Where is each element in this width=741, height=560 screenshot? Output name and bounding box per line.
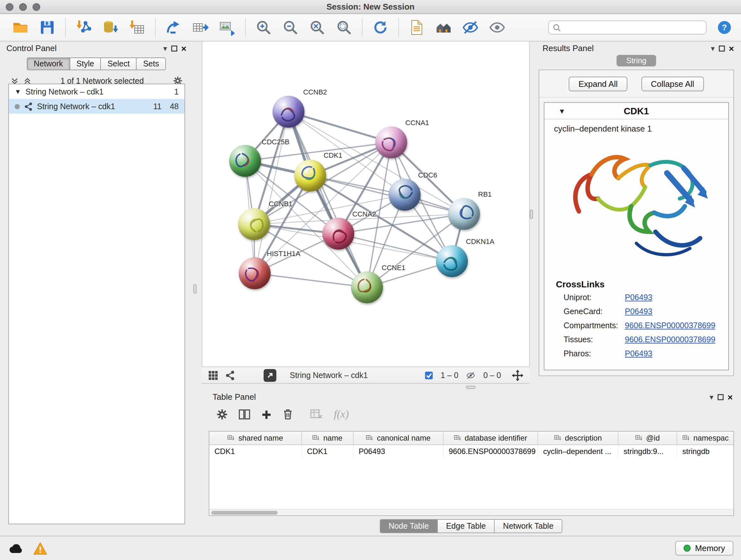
tab-network-table[interactable]: Network Table [494, 519, 562, 533]
crosslink-value[interactable]: 9606.ENSP00000378699 [625, 321, 716, 330]
float-panel-icon[interactable] [718, 394, 724, 400]
zoom-in-icon[interactable] [255, 18, 273, 37]
cloud-icon[interactable] [8, 543, 24, 554]
minimize-window-button[interactable] [19, 3, 27, 11]
search-input[interactable] [548, 20, 706, 35]
detach-view-icon[interactable] [264, 369, 276, 381]
column-header-canonical-name[interactable]: canonical name [354, 432, 444, 444]
table-cell-name[interactable]: CDK1 [302, 445, 354, 458]
column-header-shared-name[interactable]: shared name [209, 432, 302, 444]
tab-edge-table[interactable]: Edge Table [437, 519, 495, 533]
scrollbar-thumb[interactable] [211, 511, 278, 515]
tab-select[interactable]: Select [100, 57, 137, 70]
gene-name: CDK1 [624, 106, 649, 116]
selected-nodes-checkbox-icon[interactable] [425, 371, 434, 380]
table-cell-description[interactable]: cyclin–dependent ... [538, 445, 618, 458]
close-panel-icon[interactable]: × [728, 392, 733, 401]
crosslink-value[interactable]: P06493 [625, 349, 652, 358]
zoom-window-button[interactable] [32, 3, 40, 11]
close-window-button[interactable] [6, 3, 13, 11]
fit-selected-move-icon[interactable] [512, 369, 523, 381]
collapse-card-icon[interactable]: ▼ [558, 107, 565, 115]
save-session-icon[interactable] [38, 18, 56, 37]
tab-node-table[interactable]: Node Table [380, 519, 438, 533]
export-image-icon[interactable] [218, 18, 236, 37]
grid-view-icon[interactable] [208, 370, 218, 380]
hidden-edges-eye-icon[interactable] [465, 371, 476, 380]
crosslink-value[interactable]: 9606.ENSP00000378699 [625, 335, 716, 344]
network-node-ccnb2[interactable] [273, 96, 305, 128]
table-settings-gear-icon[interactable] [216, 409, 228, 420]
network-node-rb1[interactable] [448, 198, 480, 230]
table-cell-id[interactable]: stringdb:9... [618, 445, 677, 458]
zoom-fit-icon[interactable] [308, 18, 326, 37]
horizontal-scrollbar[interactable] [209, 509, 733, 515]
crosslink-row: Tissues:9606.ENSP00000378699 [544, 333, 728, 347]
left-splitter-handle[interactable] [193, 284, 197, 294]
first-neighbors-icon[interactable] [434, 18, 453, 37]
network-node-ccnb1[interactable] [238, 208, 270, 240]
document-icon[interactable] [408, 18, 426, 37]
column-header-database-identifier[interactable]: database identifier [444, 432, 538, 444]
network-node-hist1h1a[interactable] [239, 257, 271, 289]
tab-network[interactable]: Network [27, 57, 70, 70]
chevron-down-icon[interactable]: ▾ [711, 44, 715, 52]
export-network-icon[interactable] [165, 18, 183, 37]
column-header-id[interactable]: @id [618, 432, 677, 444]
close-panel-icon[interactable]: × [729, 44, 734, 53]
zoom-selected-icon[interactable] [335, 18, 353, 37]
open-session-icon[interactable] [11, 18, 29, 37]
tab-sets[interactable]: Sets [136, 57, 166, 70]
network-node-cdk1[interactable] [294, 160, 326, 192]
chevron-down-icon[interactable]: ▾ [710, 393, 714, 401]
import-network-database-icon[interactable] [102, 18, 119, 37]
import-network-icon[interactable] [75, 18, 92, 37]
column-header-description[interactable]: description [538, 432, 618, 444]
share-view-icon[interactable] [225, 370, 235, 380]
refresh-icon[interactable] [372, 18, 389, 37]
column-header-name[interactable]: name [302, 432, 354, 444]
network-node-ccne1[interactable] [351, 271, 383, 303]
hide-selected-icon[interactable] [461, 18, 479, 37]
sort-column-icon [313, 434, 320, 442]
import-table-icon[interactable] [128, 18, 146, 37]
network-node-ccna1[interactable] [375, 126, 407, 159]
close-panel-icon[interactable]: × [181, 44, 186, 53]
network-node-cdc6[interactable] [389, 179, 421, 211]
table-cell-namespac[interactable]: stringdb [677, 445, 734, 458]
expand-all-button[interactable]: Expand All [569, 77, 627, 91]
float-panel-icon[interactable] [719, 45, 725, 51]
create-column-icon[interactable] [261, 409, 272, 420]
network-node-ccna2[interactable] [322, 218, 354, 250]
tab-style[interactable]: Style [69, 57, 101, 70]
memory-button[interactable]: Memory [675, 541, 733, 556]
delete-column-icon[interactable] [283, 409, 293, 420]
warning-icon[interactable] [33, 542, 47, 555]
show-columns-icon[interactable] [239, 409, 250, 420]
tab-string[interactable]: String [616, 55, 656, 66]
crosslink-value[interactable]: P06493 [625, 293, 652, 302]
column-header-namespac[interactable]: namespac [677, 432, 734, 444]
collapse-all-button[interactable]: Collapse All [642, 77, 704, 91]
show-all-icon[interactable] [488, 18, 506, 37]
table-cell-shared-name[interactable]: CDK1 [209, 445, 302, 458]
table-cell-database-identifier[interactable]: 9606.ENSP00000378699 [444, 445, 538, 458]
window-title: Session: New Session [327, 2, 414, 11]
search-field[interactable] [563, 23, 702, 32]
table-cell-canonical-name[interactable]: P06493 [354, 445, 444, 458]
network-collection-row[interactable]: ▼ String Network – cdk1 1 [9, 84, 185, 99]
network-node-cdkn1a[interactable] [436, 245, 468, 277]
right-splitter-handle[interactable] [530, 209, 533, 219]
zoom-out-icon[interactable] [281, 18, 299, 37]
network-canvas[interactable]: CCNB2CCNA1CDC25BCDK1CDC6RB1CCNB1CCNA2CDK… [202, 42, 530, 367]
network-row-selected[interactable]: String Network – cdk1 11 48 [9, 99, 185, 114]
disclosure-triangle-icon[interactable]: ▼ [15, 88, 21, 95]
help-icon[interactable]: ? [716, 18, 733, 37]
network-node-cdc25b[interactable] [229, 145, 261, 177]
bottom-splitter-handle[interactable] [466, 386, 475, 389]
crosslink-value[interactable]: P06493 [625, 307, 652, 316]
table-row[interactable]: CDK1CDK1P064939606.ENSP00000378699cyclin… [209, 445, 733, 458]
float-panel-icon[interactable] [171, 45, 178, 51]
export-table-icon[interactable] [192, 18, 209, 37]
chevron-down-icon[interactable]: ▾ [163, 44, 167, 52]
